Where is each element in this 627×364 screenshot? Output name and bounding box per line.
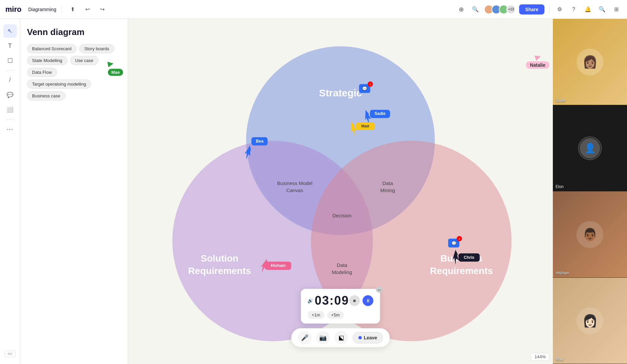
toolbar: ↖ T ☐ / 💬 ⬜ ··· << — [0, 19, 20, 364]
svg-text:Strategic: Strategic — [319, 87, 362, 98]
timer-add-5m[interactable]: +5m — [327, 311, 344, 319]
svg-text:Mining: Mining — [380, 188, 395, 193]
panel-title: Venn diagram — [27, 27, 121, 37]
zoom-level: 144% — [535, 354, 546, 359]
timer-pause-button[interactable]: ⏸ — [363, 295, 374, 306]
call-bar: 🎤 📷 ⬕ Leave — [291, 328, 390, 347]
svg-text:6: 6 — [458, 238, 460, 241]
svg-text:💬: 💬 — [362, 86, 367, 91]
svg-text:Solution: Solution — [201, 253, 238, 264]
sticky-note-tool[interactable]: ☐ — [3, 54, 17, 67]
text-tool[interactable]: T — [3, 39, 17, 53]
tag-use-case[interactable]: Use case — [70, 56, 98, 65]
right-panel: 👩🏽 Sadie 👤 Elon 👨🏾 Hisham 👩🏻 Mae — [553, 19, 627, 364]
svg-text:3: 3 — [369, 83, 371, 86]
tag-state-modelling[interactable]: State Modelling — [27, 56, 67, 65]
svg-text:Bea: Bea — [256, 139, 264, 144]
svg-text:Matt: Matt — [361, 124, 369, 128]
timer-stop-button[interactable]: ■ — [349, 295, 360, 306]
avatar-stack: +13 — [484, 5, 516, 14]
screen-share-button[interactable]: ⬕ — [334, 331, 348, 344]
svg-text:Chris: Chris — [464, 255, 475, 260]
undo-button[interactable]: ↩ — [82, 4, 93, 15]
natalie-cursor-area: ▶ Natalie — [526, 53, 549, 69]
video-feed-elon: 👤 Elon — [553, 105, 627, 191]
timer-dismiss-button[interactable]: — — [376, 286, 383, 293]
search-button[interactable]: 🔍 — [597, 4, 607, 15]
timer-time: 03:09 — [315, 294, 349, 308]
svg-text:Requirements: Requirements — [430, 266, 493, 276]
topbar: miro Diagramming ⬆ ↩ ↪ ⊕ 🔍 +13 Share ⚙ ?… — [0, 0, 627, 19]
tag-balanced-scorecard[interactable]: Balanced Scorecard — [27, 44, 77, 53]
settings-button[interactable]: ⚙ — [554, 4, 565, 15]
left-panel: Venn diagram ▶ Mae Balanced Scorecard St… — [20, 19, 128, 364]
timer-display-area: 🔊 03:09 ■ ⏸ — [307, 294, 373, 308]
timer-controls: ■ ⏸ — [349, 295, 374, 306]
timer-colon: : — [330, 294, 334, 307]
timer-add-buttons: +1m +5m — [307, 311, 373, 319]
svg-text:Data: Data — [382, 181, 393, 186]
select-tool[interactable]: ↖ — [3, 24, 17, 38]
svg-text:Requirements: Requirements — [188, 266, 251, 276]
line-tool[interactable]: / — [3, 73, 17, 87]
frame-tool[interactable]: ⬜ — [3, 103, 17, 116]
timer-minutes: 03 — [315, 294, 329, 307]
camera-button[interactable]: 📷 — [316, 331, 330, 344]
zoom-button[interactable]: 🔍 — [470, 4, 481, 15]
miro-logo: miro — [5, 5, 22, 14]
leave-label: Leave — [364, 335, 377, 340]
timer-add-1m[interactable]: +1m — [307, 311, 324, 319]
board-title: Diagramming — [28, 7, 56, 12]
collapse-panel-button[interactable]: << — [5, 351, 16, 357]
mae-cursor-label: Mae — [108, 69, 123, 76]
video-feed-hisham: 👨🏾 Hisham — [553, 191, 627, 278]
redo-button[interactable]: ↪ — [97, 4, 108, 15]
tag-target-operating[interactable]: Target operatoing modelling — [27, 80, 91, 89]
timer-seconds: 09 — [334, 294, 349, 307]
leave-dot-icon — [358, 336, 362, 339]
tag-container: Balanced Scorecard Story boards State Mo… — [27, 44, 121, 100]
tag-story-boards[interactable]: Story boards — [79, 44, 114, 53]
more-tools[interactable]: ··· — [3, 122, 17, 135]
leave-button[interactable]: Leave — [353, 332, 383, 343]
svg-text:Hisham: Hisham — [271, 263, 286, 268]
video-name-elon: Elon — [556, 184, 564, 189]
svg-text:Sadie: Sadie — [375, 111, 386, 116]
natalie-cursor-icon: ▶ — [534, 52, 542, 62]
tag-data-flow[interactable]: Data Flow — [27, 68, 57, 77]
video-feed-sadie: 👩🏽 Sadie — [553, 19, 627, 105]
apps-button[interactable]: ⊞ — [611, 4, 622, 15]
video-name-mae: Mae — [556, 357, 563, 362]
comment-tool[interactable]: 💬 — [3, 88, 17, 101]
svg-text:Modeling: Modeling — [332, 270, 352, 275]
svg-text:Canvas: Canvas — [286, 188, 303, 193]
avatar-count[interactable]: +13 — [506, 5, 516, 14]
help-button[interactable]: ? — [568, 4, 579, 15]
svg-text:💬: 💬 — [451, 241, 457, 246]
notifications-button[interactable]: 🔔 — [583, 4, 593, 15]
tool-separator-2 — [6, 119, 14, 119]
tag-business-case[interactable]: Business case — [27, 91, 65, 100]
topbar-divider — [62, 5, 62, 13]
svg-text:Data: Data — [337, 263, 348, 268]
svg-text:Business Model: Business Model — [277, 181, 312, 186]
mic-button[interactable]: 🎤 — [298, 331, 311, 344]
svg-text:Decision: Decision — [332, 213, 352, 218]
tool-separator-1 — [6, 70, 14, 70]
topbar-right: ⊕ 🔍 +13 Share ⚙ ? 🔔 🔍 ⊞ — [456, 4, 622, 15]
upload-button[interactable]: ⬆ — [67, 4, 78, 15]
video-name-hisham: Hisham — [556, 271, 569, 275]
zoom-indicator: 144% — [531, 353, 549, 361]
timer-widget: — 🔊 03:09 ■ ⏸ +1m +5m — [301, 289, 380, 324]
natalie-label: Natalie — [526, 61, 549, 69]
canvas: Strategic Solution Requirements Business… — [128, 19, 553, 364]
share-button[interactable]: Share — [519, 4, 544, 14]
cursor-arrow-icon: ▶ — [107, 59, 114, 69]
video-feed-mae: 👩🏻 Mae — [553, 278, 627, 364]
video-name-sadie: Sadie — [556, 98, 566, 103]
mae-cursor: ▶ Mae — [108, 59, 123, 76]
topbar-divider-2 — [549, 5, 549, 13]
timer-speaker-icon: 🔊 — [307, 298, 313, 303]
cursor-mode-button[interactable]: ⊕ — [456, 4, 467, 15]
